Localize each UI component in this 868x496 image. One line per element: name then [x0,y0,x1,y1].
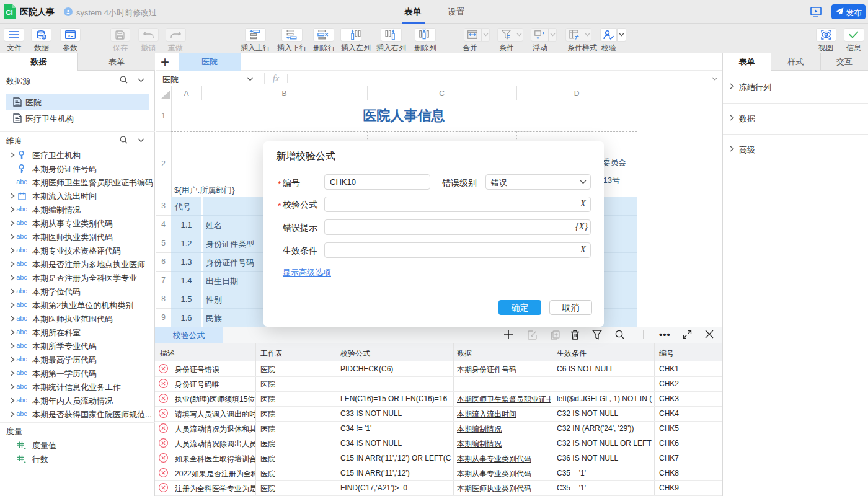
svg-text:CI: CI [6,9,13,16]
svg-text:x=: x= [67,33,73,38]
